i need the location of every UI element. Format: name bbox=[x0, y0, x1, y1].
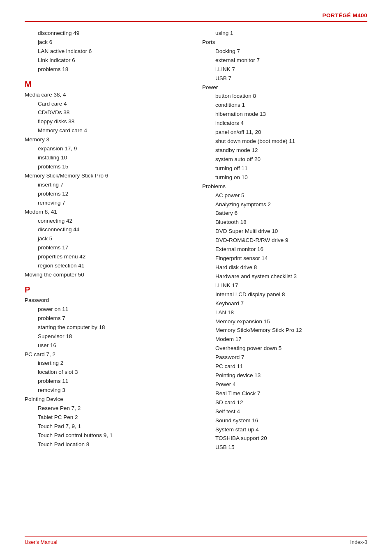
index-entry-l2: system auto off 20 bbox=[215, 155, 367, 164]
index-entry-l2: LAN active indicator 6 bbox=[38, 47, 190, 56]
index-entry-l1: Ports bbox=[202, 38, 367, 47]
index-entry-l2: indicators 4 bbox=[215, 119, 367, 128]
index-entry-l2: SD card 12 bbox=[215, 398, 367, 407]
index-entry-l2: user 16 bbox=[38, 341, 190, 350]
index-entry-l2: turning on 10 bbox=[215, 173, 367, 182]
index-entry-l2: turning off 11 bbox=[215, 164, 367, 173]
index-entry-l2: Battery 6 bbox=[215, 209, 367, 218]
index-entry-l2: Touch Pad control buttons 9, 1 bbox=[38, 431, 190, 440]
index-entry-l1: Power bbox=[202, 83, 367, 92]
index-entry-l1: Memory Stick/Memory Stick Pro 6 bbox=[25, 172, 190, 180]
index-entry-l2: removing 3 bbox=[38, 386, 190, 395]
index-entry-l2: Sound system 16 bbox=[215, 417, 367, 425]
index-entry-l2: LAN 18 bbox=[215, 309, 367, 317]
index-entry-l2: connecting 42 bbox=[38, 217, 190, 226]
index-entry-l2: i.LINK 17 bbox=[215, 281, 367, 290]
index-entry-l2: PC card 11 bbox=[215, 362, 367, 371]
index-entry-l2: Memory Stick/Memory Stick Pro 12 bbox=[215, 326, 367, 335]
index-entry-l2: Touch Pad location 8 bbox=[38, 440, 190, 449]
index-entry-l2: floppy disks 38 bbox=[38, 117, 190, 126]
index-entry-l1: Modem 8, 41 bbox=[25, 208, 190, 216]
right-column: using 1PortsDocking 7external monitor 7i… bbox=[202, 29, 367, 452]
index-entry-l2: Bluetooth 18 bbox=[215, 218, 367, 227]
index-entry-l2: using 1 bbox=[215, 29, 367, 38]
index-columns: disconnecting 49jack 6LAN active indicat… bbox=[25, 29, 367, 452]
index-entry-l2: USB 15 bbox=[215, 443, 367, 452]
index-entry-l2: Internal LCD display panel 8 bbox=[215, 290, 367, 299]
index-entry-l2: CD/DVDs 38 bbox=[38, 108, 190, 117]
index-entry-l2: Overheating power down 5 bbox=[215, 344, 367, 353]
index-entry-l2: DVD Super Multi drive 10 bbox=[215, 227, 367, 236]
index-entry-l2: jack 5 bbox=[38, 235, 190, 243]
header-title: PORTÉGÉ M400 bbox=[322, 12, 367, 18]
index-entry-l2: shut down mode (boot mode) 11 bbox=[215, 137, 367, 146]
index-entry-l2: Keyboard 7 bbox=[215, 299, 367, 308]
index-entry-l1: PC card 7, 2 bbox=[25, 350, 190, 359]
index-entry-l2: starting the computer by 18 bbox=[38, 323, 190, 332]
index-entry-l2: region selection 41 bbox=[38, 262, 190, 270]
index-entry-l2: power on 11 bbox=[38, 305, 190, 314]
index-entry-l2: installing 10 bbox=[38, 154, 190, 162]
index-entry-l1: Problems bbox=[202, 182, 367, 191]
index-entry-l2: System start-up 4 bbox=[215, 426, 367, 434]
index-entry-l2: TOSHIBA support 20 bbox=[215, 434, 367, 443]
index-entry-l2: Touch Pad 7, 9, 1 bbox=[38, 422, 190, 431]
index-entry-l2: hibernation mode 13 bbox=[215, 110, 367, 119]
index-entry-l1: Moving the computer 50 bbox=[25, 271, 190, 279]
left-column: disconnecting 49jack 6LAN active indicat… bbox=[25, 29, 190, 452]
index-entry-l2: i.LINK 7 bbox=[215, 65, 367, 74]
index-entry-l2: problems 18 bbox=[38, 65, 190, 74]
section-letter-m: M bbox=[25, 80, 190, 89]
index-entry-l2: inserting 7 bbox=[38, 181, 190, 189]
index-entry-l1: Password bbox=[25, 296, 190, 305]
index-entry-l2: problems 11 bbox=[38, 377, 190, 386]
index-entry-l2: external monitor 7 bbox=[215, 56, 367, 65]
page-header: PORTÉGÉ M400 bbox=[25, 12, 367, 22]
section-letter-p: P bbox=[25, 285, 190, 295]
index-entry-l2: Power 4 bbox=[215, 380, 367, 389]
index-entry-l2: Self test 4 bbox=[215, 408, 367, 416]
index-entry-l2: Real Time Clock 7 bbox=[215, 389, 367, 398]
index-entry-l2: Hardware and system checklist 3 bbox=[215, 272, 367, 281]
index-entry-l2: Hard disk drive 8 bbox=[215, 263, 367, 272]
index-entry-l2: problems 17 bbox=[38, 244, 190, 252]
index-entry-l2: Pointing device 13 bbox=[215, 371, 367, 380]
index-entry-l2: Link indicator 6 bbox=[38, 56, 190, 65]
index-entry-l2: Reserve Pen 7, 2 bbox=[38, 404, 190, 413]
index-entry-l2: removing 7 bbox=[38, 199, 190, 207]
index-entry-l2: problems 12 bbox=[38, 190, 190, 198]
index-entry-l2: panel on/off 11, 20 bbox=[215, 128, 367, 137]
index-entry-l2: AC power 5 bbox=[215, 191, 367, 200]
index-entry-l2: conditions 1 bbox=[215, 101, 367, 110]
index-entry-l2: External monitor 16 bbox=[215, 245, 367, 254]
index-entry-l2: Analyzing symptoms 2 bbox=[215, 200, 367, 209]
index-entry-l2: Supervisor 18 bbox=[38, 332, 190, 341]
index-entry-l2: disconnecting 44 bbox=[38, 226, 190, 234]
index-entry-l2: USB 7 bbox=[215, 74, 367, 83]
footer-manual-label: User's Manual bbox=[25, 539, 58, 545]
index-entry-l2: DVD-ROM&CD-R/RW drive 9 bbox=[215, 236, 367, 245]
index-entry-l2: Card care 4 bbox=[38, 100, 190, 108]
index-entry-l2: inserting 2 bbox=[38, 359, 190, 368]
index-entry-l2: Docking 7 bbox=[215, 47, 367, 56]
index-entry-l2: Memory card care 4 bbox=[38, 127, 190, 135]
index-entry-l1: Memory 3 bbox=[25, 136, 190, 144]
index-entry-l2: jack 6 bbox=[38, 38, 190, 47]
index-entry-l2: Modem 17 bbox=[215, 335, 367, 344]
index-entry-l2: disconnecting 49 bbox=[38, 29, 190, 38]
index-entry-l2: location of slot 3 bbox=[38, 368, 190, 377]
index-entry-l2: Tablet PC Pen 2 bbox=[38, 413, 190, 422]
index-entry-l2: Memory expansion 15 bbox=[215, 318, 367, 326]
index-entry-l2: properties menu 42 bbox=[38, 253, 190, 261]
index-entry-l2: standby mode 12 bbox=[215, 146, 367, 155]
footer-page-number: Index-3 bbox=[350, 539, 367, 545]
index-entry-l2: button location 8 bbox=[215, 92, 367, 101]
page-footer: User's Manual Index-3 bbox=[25, 537, 367, 545]
index-entry-l2: problems 7 bbox=[38, 314, 190, 323]
index-entry-l2: Fingerprint sensor 14 bbox=[215, 254, 367, 263]
index-entry-l1: Media care 38, 4 bbox=[25, 91, 190, 99]
index-entry-l2: Password 7 bbox=[215, 353, 367, 362]
page-container: PORTÉGÉ M400 disconnecting 49jack 6LAN a… bbox=[0, 0, 392, 555]
index-entry-l1: Pointing Device bbox=[25, 395, 190, 404]
index-entry-l2: problems 15 bbox=[38, 163, 190, 171]
